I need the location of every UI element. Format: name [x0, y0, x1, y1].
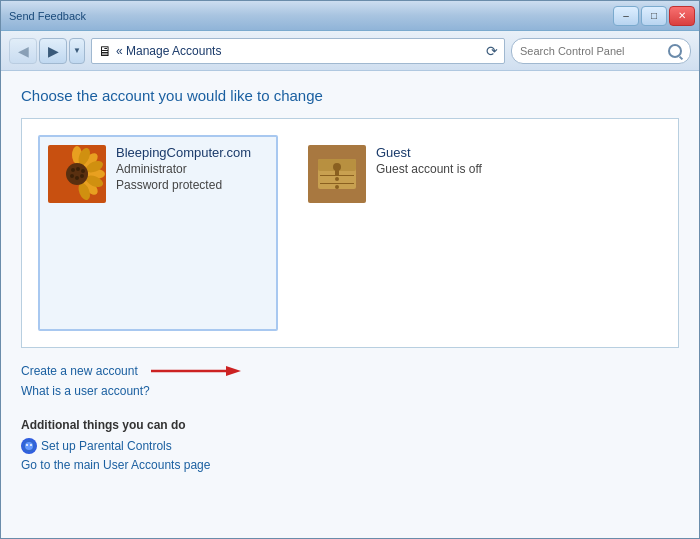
account-info-bleeping: BleepingComputer.com Administrator Passw…: [116, 145, 251, 192]
main-window: Send Feedback – □ ✕ ◀ ▶ ▼ 🖥 « Manage Acc…: [0, 0, 700, 539]
additional-title: Additional things you can do: [21, 418, 679, 432]
create-new-account-link[interactable]: Create a new account: [21, 364, 138, 378]
back-button[interactable]: ◀: [9, 38, 37, 64]
user-accounts-page-link[interactable]: Go to the main User Accounts page: [21, 458, 210, 472]
title-bar: Send Feedback – □ ✕: [1, 1, 699, 31]
account-type-bleeping: Administrator: [116, 162, 251, 176]
additional-section: Additional things you can do Set up Pare…: [21, 418, 679, 476]
user-accounts-page-text: Go to the main User Accounts page: [21, 458, 210, 472]
title-bar-left: Send Feedback: [9, 10, 94, 22]
account-card-guest[interactable]: Guest Guest account is off: [298, 135, 538, 331]
what-is-user-account-link[interactable]: What is a user account?: [21, 384, 150, 398]
accounts-list: BleepingComputer.com Administrator Passw…: [21, 118, 679, 348]
svg-point-10: [71, 168, 75, 172]
avatar-bleeping: [48, 145, 106, 203]
account-name-bleeping: BleepingComputer.com: [116, 145, 251, 160]
minimize-button[interactable]: –: [613, 6, 639, 26]
svg-marker-26: [226, 366, 241, 376]
forward-button[interactable]: ▶: [39, 38, 67, 64]
parental-controls-text: Set up Parental Controls: [41, 439, 172, 453]
svg-point-15: [70, 174, 74, 178]
close-button[interactable]: ✕: [669, 6, 695, 26]
svg-point-30: [30, 444, 32, 446]
account-type-guest: Guest account is off: [376, 162, 482, 176]
svg-point-29: [26, 444, 28, 446]
content-area: Choose the account you would like to cha…: [1, 71, 699, 538]
nav-dropdown-button[interactable]: ▼: [69, 38, 85, 64]
page-heading: Choose the account you would like to cha…: [21, 87, 679, 104]
create-link-row: Create a new account: [21, 362, 679, 380]
svg-point-14: [75, 176, 79, 180]
svg-point-9: [66, 163, 88, 185]
account-status-bleeping: Password protected: [116, 178, 251, 192]
svg-point-28: [25, 442, 33, 450]
svg-point-12: [81, 169, 85, 173]
main-links: Create a new account What is a user acco…: [21, 362, 679, 398]
svg-rect-20: [335, 169, 339, 176]
nav-buttons: ◀ ▶ ▼: [9, 38, 85, 64]
parental-controls-link[interactable]: Set up Parental Controls: [21, 438, 172, 454]
parental-controls-icon: [21, 438, 37, 454]
red-arrow: [146, 362, 246, 380]
svg-point-23: [335, 177, 339, 181]
avatar-guest: [308, 145, 366, 203]
svg-rect-21: [320, 175, 354, 176]
svg-rect-22: [320, 183, 354, 184]
search-icon: [668, 44, 682, 58]
refresh-button[interactable]: ⟳: [486, 43, 498, 59]
search-input[interactable]: [520, 45, 664, 57]
account-card-bleeping[interactable]: BleepingComputer.com Administrator Passw…: [38, 135, 278, 331]
address-bar: 🖥 « Manage Accounts ⟳: [91, 38, 505, 64]
svg-point-13: [80, 174, 84, 178]
title-bar-controls: – □ ✕: [613, 6, 695, 26]
svg-point-24: [335, 185, 339, 189]
toolbar: ◀ ▶ ▼ 🖥 « Manage Accounts ⟳: [1, 31, 699, 71]
search-bar[interactable]: [511, 38, 691, 64]
account-name-guest: Guest: [376, 145, 482, 160]
address-text: « Manage Accounts: [116, 44, 482, 58]
address-icon: 🖥: [98, 43, 112, 59]
restore-button[interactable]: □: [641, 6, 667, 26]
send-feedback-link[interactable]: Send Feedback: [9, 10, 86, 22]
svg-point-11: [76, 167, 80, 171]
account-info-guest: Guest Guest account is off: [376, 145, 482, 176]
